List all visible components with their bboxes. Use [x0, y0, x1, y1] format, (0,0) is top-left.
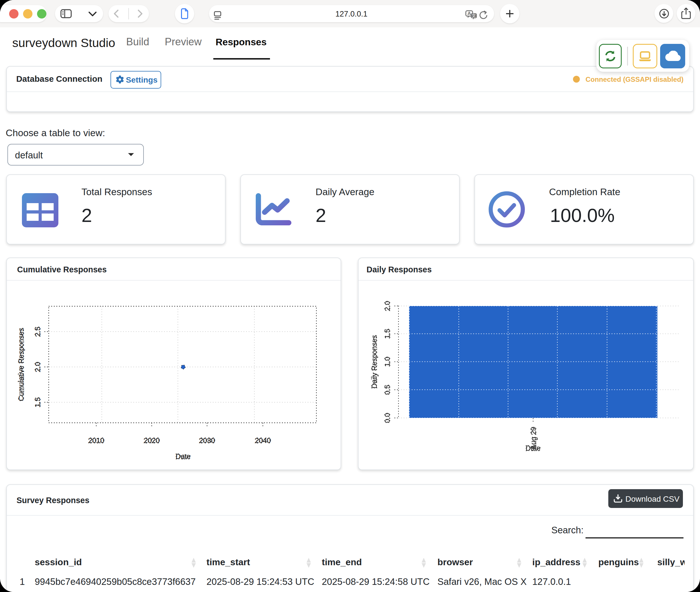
svg-text:2010: 2010	[88, 437, 104, 444]
svg-text:1.5: 1.5	[34, 397, 42, 407]
svg-text:Date: Date	[526, 444, 541, 452]
svg-text:2.0: 2.0	[383, 301, 391, 311]
svg-text:2.0: 2.0	[34, 362, 42, 372]
svg-text:A: A	[467, 11, 471, 16]
svg-text:0.0: 0.0	[383, 413, 391, 423]
svg-text:1.0: 1.0	[383, 357, 391, 367]
svg-text:0.5: 0.5	[383, 385, 391, 395]
svg-text:文: 文	[472, 13, 476, 18]
svg-text:Cumulative Responses: Cumulative Responses	[17, 328, 25, 401]
svg-text:2040: 2040	[255, 437, 271, 444]
svg-text:Date: Date	[176, 452, 191, 460]
svg-text:1.5: 1.5	[383, 329, 391, 339]
svg-text:Daily Responses: Daily Responses	[370, 335, 378, 389]
svg-text:2.5: 2.5	[34, 327, 42, 337]
svg-text:2030: 2030	[199, 437, 215, 444]
svg-text:2020: 2020	[144, 437, 160, 444]
